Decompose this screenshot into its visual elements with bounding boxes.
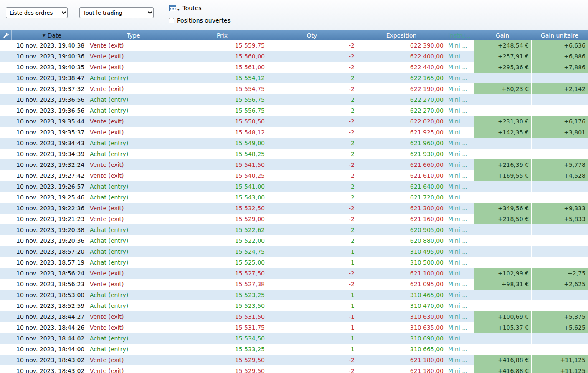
cell-instrument: Mini ... — [446, 159, 474, 170]
cell-type: Achat (entry) — [88, 290, 177, 300]
table-row[interactable]: 10 nov. 2023, 19:21:23Vente (exit)15 529… — [0, 214, 588, 224]
table-row[interactable]: 10 nov. 2023, 18:44:27Vente (exit)15 531… — [0, 311, 588, 322]
cell-type: Achat (entry) — [88, 105, 177, 116]
table-row[interactable]: 10 nov. 2023, 18:52:59Achat (entry)15 52… — [0, 300, 588, 311]
table-row[interactable]: 10 nov. 2023, 18:44:02Achat (entry)15 53… — [0, 333, 588, 344]
cell-gain: +102,99 € — [474, 268, 531, 279]
table-row[interactable]: 10 nov. 2023, 19:40:36Vente (exit)15 560… — [0, 51, 588, 62]
column-header-type[interactable]: Type — [88, 30, 177, 40]
cell-qty: 2 — [267, 149, 357, 159]
table-row[interactable]: 10 nov. 2023, 19:38:47Achat (entry)15 55… — [0, 73, 588, 83]
cell-qty: -2 — [267, 83, 357, 94]
column-header-prix[interactable]: Prix — [177, 30, 267, 40]
cell-type: Achat (entry) — [88, 181, 177, 192]
cell-exposition: 621 180,00 — [357, 365, 446, 373]
table-row[interactable]: 10 nov. 2023, 18:53:00Achat (entry)15 52… — [0, 290, 588, 300]
column-header-instrument[interactable]: Instru... — [446, 30, 474, 40]
trading-scope-select[interactable]: Tout le trading — [79, 7, 154, 18]
column-header-date[interactable]: ▼ Date — [12, 30, 88, 40]
cell-date: 10 nov. 2023, 19:35:44 — [12, 116, 88, 127]
column-header-qty[interactable]: Qty — [267, 30, 357, 40]
cell-type: Vente (exit) — [88, 365, 177, 373]
open-positions-checkbox[interactable] — [169, 18, 174, 23]
cell-row-icon — [0, 246, 12, 257]
table-row[interactable]: 10 nov. 2023, 19:37:32Vente (exit)15 554… — [0, 83, 588, 94]
cell-date: 10 nov. 2023, 18:57:20 — [12, 246, 88, 257]
cell-date: 10 nov. 2023, 19:37:32 — [12, 83, 88, 94]
cell-instrument: Mini ... — [446, 94, 474, 105]
cell-row-icon — [0, 127, 12, 138]
orders-view-select[interactable]: Liste des ordres — [6, 7, 68, 18]
table-row[interactable]: 10 nov. 2023, 18:56:23Vente (exit)15 527… — [0, 279, 588, 290]
table-row[interactable]: 10 nov. 2023, 18:57:19Achat (entry)15 52… — [0, 257, 588, 268]
column-header-gain[interactable]: Gain — [474, 30, 531, 40]
cell-type: Vente (exit) — [88, 159, 177, 170]
calendar-dropdown-button[interactable]: ▾ — [169, 4, 180, 12]
cell-gain-unitaire — [531, 138, 588, 149]
table-row[interactable]: 10 nov. 2023, 18:56:24Vente (exit)15 527… — [0, 268, 588, 279]
table-row[interactable]: 10 nov. 2023, 19:20:38Achat (entry)15 52… — [0, 224, 588, 235]
table-row[interactable]: 10 nov. 2023, 18:43:02Vente (exit)15 529… — [0, 355, 588, 365]
table-row[interactable]: 10 nov. 2023, 19:35:37Vente (exit)15 548… — [0, 127, 588, 138]
table-row[interactable]: 10 nov. 2023, 19:34:43Achat (entry)15 54… — [0, 138, 588, 149]
cell-exposition: 621 095,00 — [357, 279, 446, 290]
table-row[interactable]: 10 nov. 2023, 18:43:02Vente (exit)15 529… — [0, 365, 588, 373]
cell-date: 10 nov. 2023, 19:21:23 — [12, 214, 88, 224]
cell-instrument: Mini ... — [446, 105, 474, 116]
table-row[interactable]: 10 nov. 2023, 19:27:42Vente (exit)15 540… — [0, 170, 588, 181]
cell-instrument: Mini ... — [446, 116, 474, 127]
table-row[interactable]: 10 nov. 2023, 19:26:57Achat (entry)15 54… — [0, 181, 588, 192]
table-row[interactable]: 10 nov. 2023, 19:22:36Vente (exit)15 532… — [0, 203, 588, 214]
cell-gain: +248,54 € — [474, 40, 531, 51]
cell-prix: 15 531,75 — [177, 322, 267, 333]
cell-date: 10 nov. 2023, 19:32:24 — [12, 159, 88, 170]
period-filter-group: ▾ Toutes Positions ouvertes — [157, 0, 242, 30]
column-header-gain-unitaire-label: Gain unitaire — [541, 32, 578, 39]
cell-date: 10 nov. 2023, 19:40:36 — [12, 51, 88, 62]
toolbar: Liste des ordres Tout le trading ▾ Toute… — [0, 0, 588, 30]
column-header-exposition[interactable]: Exposition — [357, 30, 446, 40]
cell-prix: 15 541,00 — [177, 181, 267, 192]
cell-exposition: 310 630,00 — [357, 311, 446, 322]
cell-exposition: 310 495,00 — [357, 246, 446, 257]
cell-gain — [474, 181, 531, 192]
cell-type: Vente (exit) — [88, 322, 177, 333]
cell-qty: 2 — [267, 192, 357, 203]
table-row[interactable]: 10 nov. 2023, 19:25:46Achat (entry)15 54… — [0, 192, 588, 203]
table-row[interactable]: 10 nov. 2023, 18:44:26Vente (exit)15 531… — [0, 322, 588, 333]
cell-gain-unitaire — [531, 94, 588, 105]
cell-date: 10 nov. 2023, 19:36:56 — [12, 105, 88, 116]
cell-type: Vente (exit) — [88, 279, 177, 290]
cell-instrument: Mini ... — [446, 224, 474, 235]
cell-gain-unitaire: +5,833 — [531, 214, 588, 224]
table-row[interactable]: 10 nov. 2023, 18:57:20Achat (entry)15 52… — [0, 246, 588, 257]
table-row[interactable]: 10 nov. 2023, 18:44:00Achat (entry)15 53… — [0, 344, 588, 355]
cell-row-icon — [0, 51, 12, 62]
table-row[interactable]: 10 nov. 2023, 19:20:36Achat (entry)15 52… — [0, 235, 588, 246]
cell-exposition: 621 180,00 — [357, 355, 446, 365]
column-header-instrument-label: Instru... — [448, 32, 471, 39]
cell-row-icon — [0, 333, 12, 344]
column-header-gain-unitaire[interactable]: Gain unitaire — [531, 30, 588, 40]
cell-instrument: Mini ... — [446, 279, 474, 290]
settings-column-header[interactable] — [0, 30, 12, 40]
cell-prix: 15 540,25 — [177, 170, 267, 181]
table-row[interactable]: 10 nov. 2023, 19:40:35Vente (exit)15 561… — [0, 62, 588, 73]
open-positions-label[interactable]: Positions ouvertes — [177, 17, 231, 24]
cell-prix: 15 523,25 — [177, 290, 267, 300]
cell-date: 10 nov. 2023, 18:53:00 — [12, 290, 88, 300]
table-row[interactable]: 10 nov. 2023, 19:40:38Vente (exit)15 559… — [0, 40, 588, 51]
table-row[interactable]: 10 nov. 2023, 19:36:56Achat (entry)15 55… — [0, 105, 588, 116]
cell-instrument: Mini ... — [446, 127, 474, 138]
column-header-exposition-label: Exposition — [386, 32, 417, 39]
scope-select-group: Tout le trading — [74, 0, 157, 30]
cell-prix: 15 529,00 — [177, 214, 267, 224]
cell-gain: +349,56 € — [474, 203, 531, 214]
cell-exposition: 310 500,00 — [357, 257, 446, 268]
cell-gain-unitaire — [531, 344, 588, 355]
cell-prix: 15 554,12 — [177, 73, 267, 83]
table-row[interactable]: 10 nov. 2023, 19:32:24Vente (exit)15 541… — [0, 159, 588, 170]
table-row[interactable]: 10 nov. 2023, 19:36:56Achat (entry)15 55… — [0, 94, 588, 105]
table-row[interactable]: 10 nov. 2023, 19:35:44Vente (exit)15 550… — [0, 116, 588, 127]
table-row[interactable]: 10 nov. 2023, 19:34:39Achat (entry)15 54… — [0, 149, 588, 159]
